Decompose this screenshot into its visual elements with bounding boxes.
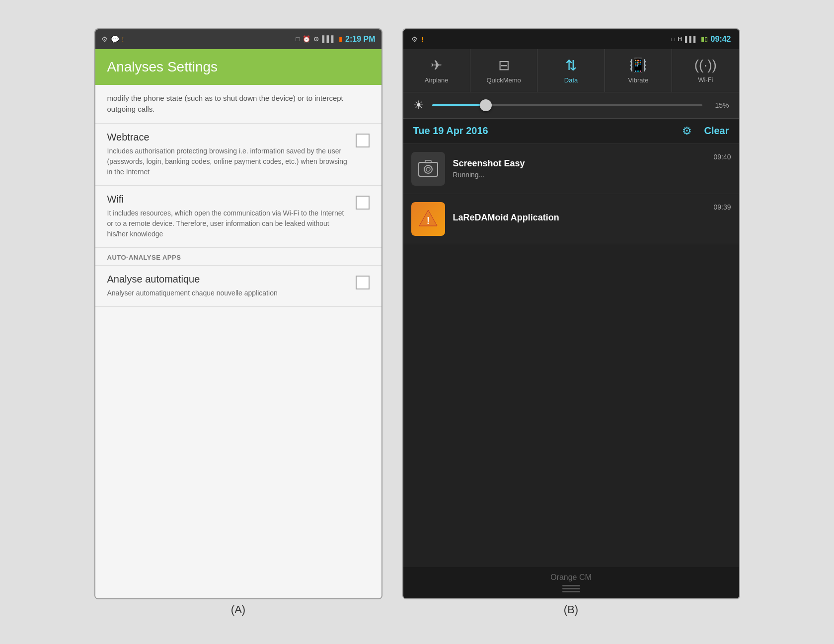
wifi-text: Wifi It includes resources, which open t…: [107, 194, 356, 239]
laredamoid-title: LaReDAMoid Application: [453, 213, 714, 223]
auto-analyse-checkbox[interactable]: [356, 276, 370, 289]
auto-analyse-title: Analyse automatique: [107, 274, 348, 285]
settings-gear-icon[interactable]: ⚙: [682, 125, 692, 138]
brightness-percent: 15%: [710, 101, 729, 109]
airplane-icon: ✈: [431, 57, 442, 73]
screenshot-easy-time: 09:40: [713, 152, 731, 161]
wifi-label-b: Wi-Fi: [698, 76, 713, 83]
wifi-title: Wifi: [107, 194, 348, 205]
alert-icon: !: [122, 35, 124, 43]
status-icons-left-b: ⚙ !: [411, 35, 424, 43]
quick-toggles: ✈ Airplane ⊟ QuickMemo ⇅ Data 📳 Vibrate …: [403, 49, 739, 92]
brightness-thumb[interactable]: [480, 99, 492, 111]
drag-handle[interactable]: [562, 585, 580, 592]
clear-button[interactable]: Clear: [704, 125, 729, 137]
time-b: 09:42: [711, 35, 731, 44]
data-label: Data: [564, 76, 578, 84]
date-clear-row: Tue 19 Apr 2016 ⚙ Clear: [403, 119, 739, 144]
brightness-fill: [432, 104, 486, 106]
brightness-track: [432, 104, 702, 106]
airplane-label: Airplane: [425, 76, 449, 84]
notification-laredamoid[interactable]: ! LaReDAMoid Application 09:39: [403, 194, 739, 244]
handle-line-1: [562, 585, 580, 586]
webtrace-section: Webtrace Includes authorisation protecti…: [95, 124, 381, 186]
auto-analyse-section: Analyse automatique Analyser automatique…: [95, 266, 381, 307]
wifi-section: Wifi It includes resources, which open t…: [95, 186, 381, 248]
content-a: modify the phone state (such as to shut …: [95, 85, 381, 598]
header-a: Analyses Settings: [95, 49, 381, 85]
wifi-checkbox[interactable]: [356, 196, 370, 210]
toggle-vibrate[interactable]: 📳 Vibrate: [605, 49, 672, 92]
toggle-data[interactable]: ⇅ Data: [537, 49, 605, 92]
screenshot-easy-subtitle: Running...: [453, 171, 714, 179]
svg-rect-0: [419, 162, 438, 176]
time-a: 2:19 PM: [345, 35, 375, 44]
wifi-icon-b: ((·)): [694, 57, 717, 73]
phone-icon-b: □: [671, 36, 675, 43]
svg-text:!: !: [426, 215, 430, 226]
scroll-text-a: modify the phone state (such as to shut …: [95, 85, 381, 124]
vibrate-label: Vibrate: [628, 76, 648, 84]
toggle-quickmemo[interactable]: ⊟ QuickMemo: [470, 49, 537, 92]
screenshots-container: ⚙ 💬 ! □ ⏰ ⊙ ▌▌▌ ▮ 2:19 PM Analyses Setti…: [84, 18, 750, 626]
data-icon-b: H: [678, 36, 682, 43]
wifi-icon-a: ⊙: [313, 35, 319, 43]
auto-analyse-desc: Analyser automatiquement chaque nouvelle…: [107, 288, 348, 298]
quickmemo-icon: ⊟: [498, 57, 510, 73]
brightness-slider[interactable]: [432, 99, 702, 111]
clock-icon: ⏰: [303, 35, 310, 43]
operator-text: Orange CM: [550, 573, 592, 582]
label-b: (B): [564, 603, 578, 616]
notifications-list: Screenshot Easy Running... 09:40 ! LaRe: [403, 144, 739, 567]
laredamoid-time: 09:39: [713, 202, 731, 211]
auto-analyse-label: AUTO-ANALYSE APPS: [107, 254, 370, 261]
auto-analyse-header: AUTO-ANALYSE APPS: [95, 248, 381, 266]
status-icons-left-a: ⚙ 💬 !: [101, 35, 124, 43]
battery-icon-b: ▮▯: [701, 36, 708, 43]
phone-signal-icon: □: [296, 35, 300, 43]
svg-point-2: [426, 167, 430, 171]
bottom-bar-b: Orange CM: [403, 567, 739, 598]
quickmemo-label: QuickMemo: [486, 76, 521, 84]
phone-a-wrapper: ⚙ 💬 ! □ ⏰ ⊙ ▌▌▌ ▮ 2:19 PM Analyses Setti…: [94, 28, 382, 616]
screenshot-easy-title: Screenshot Easy: [453, 158, 714, 169]
phone-a: ⚙ 💬 ! □ ⏰ ⊙ ▌▌▌ ▮ 2:19 PM Analyses Setti…: [94, 28, 382, 599]
webtrace-title: Webtrace: [107, 132, 348, 143]
toggle-wifi[interactable]: ((·)) Wi-Fi: [672, 49, 739, 92]
alert-icon-b: !: [422, 35, 424, 43]
settings-icon: ⚙: [101, 35, 108, 43]
brightness-row: ☀ 15%: [403, 92, 739, 119]
wifi-desc: It includes resources, which open the co…: [107, 208, 348, 239]
signal-bars-b: ▌▌▌: [685, 36, 698, 43]
settings-icon-b: ⚙: [411, 35, 418, 43]
screenshot-easy-icon: [411, 152, 445, 186]
notification-screenshot-easy[interactable]: Screenshot Easy Running... 09:40: [403, 144, 739, 194]
webtrace-text: Webtrace Includes authorisation protecti…: [107, 132, 356, 177]
vibrate-icon: 📳: [629, 57, 647, 73]
status-bar-a: ⚙ 💬 ! □ ⏰ ⊙ ▌▌▌ ▮ 2:19 PM: [95, 29, 381, 49]
status-bar-b: ⚙ ! □ H ▌▌▌ ▮▯ 09:42: [403, 29, 739, 49]
svg-rect-3: [425, 160, 431, 163]
signal-bars-a: ▌▌▌: [322, 35, 336, 43]
handle-line-2: [562, 588, 580, 589]
battery-icon-a: ▮: [339, 35, 342, 43]
data-arrows-icon: ⇅: [565, 57, 577, 73]
laredamoid-content: LaReDAMoid Application: [453, 213, 714, 225]
svg-point-1: [424, 165, 432, 173]
webtrace-desc: Includes authorisation protecting browsi…: [107, 146, 348, 177]
phone-b-wrapper: ⚙ ! □ H ▌▌▌ ▮▯ 09:42 ✈ Airplane ⊟: [402, 28, 740, 616]
handle-line-3: [562, 591, 580, 592]
label-a: (A): [231, 603, 245, 616]
brightness-icon: ☀: [413, 98, 424, 112]
phone-b: ⚙ ! □ H ▌▌▌ ▮▯ 09:42 ✈ Airplane ⊟: [402, 28, 740, 599]
message-icon: 💬: [111, 35, 119, 43]
webtrace-checkbox[interactable]: [356, 134, 370, 147]
page-title-a: Analyses Settings: [107, 59, 370, 75]
screenshot-easy-content: Screenshot Easy Running...: [453, 158, 714, 179]
laredamoid-icon: !: [411, 202, 445, 236]
auto-analyse-text: Analyse automatique Analyser automatique…: [107, 274, 356, 298]
status-icons-right-b: □ H ▌▌▌ ▮▯ 09:42: [671, 35, 731, 44]
date-text: Tue 19 Apr 2016: [413, 125, 682, 137]
toggle-airplane[interactable]: ✈ Airplane: [403, 49, 470, 92]
status-icons-right-a: □ ⏰ ⊙ ▌▌▌ ▮ 2:19 PM: [296, 35, 376, 44]
